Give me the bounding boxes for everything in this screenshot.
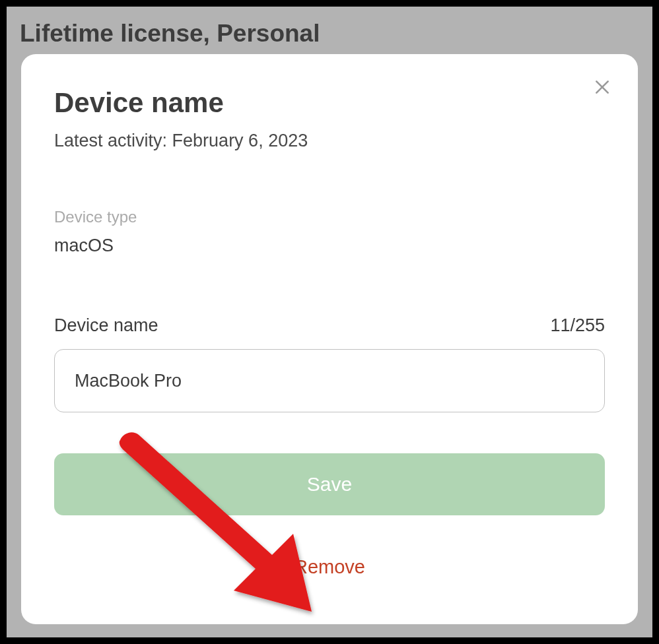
device-type-label: Device type xyxy=(54,208,605,226)
device-name-label: Device name xyxy=(54,315,158,336)
latest-activity-label: Latest activity: xyxy=(54,131,172,150)
close-button[interactable] xyxy=(592,77,613,98)
save-button[interactable]: Save xyxy=(54,453,605,515)
device-name-modal: Device name Latest activity: February 6,… xyxy=(21,54,638,624)
char-count: 11/255 xyxy=(550,315,605,336)
device-name-section: Device name 11/255 xyxy=(54,315,605,412)
device-name-input[interactable] xyxy=(54,349,605,412)
latest-activity-date: February 6, 2023 xyxy=(172,131,308,150)
device-type-section: Device type macOS xyxy=(54,208,605,256)
modal-title: Device name xyxy=(54,87,605,119)
page-title: Lifetime license, Personal xyxy=(7,7,652,54)
close-icon xyxy=(594,79,611,96)
device-type-value: macOS xyxy=(54,236,605,256)
remove-link[interactable]: Remove xyxy=(54,556,605,578)
latest-activity: Latest activity: February 6, 2023 xyxy=(54,131,605,151)
